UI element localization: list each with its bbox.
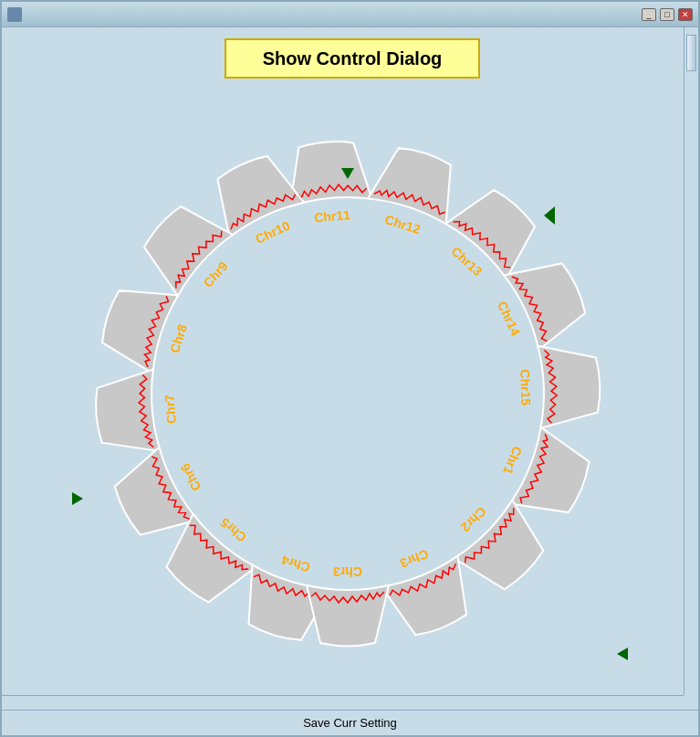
chr7-segment[interactable]: Chr7 (92, 367, 181, 456)
chr12-segment[interactable]: Chr12 (360, 141, 464, 244)
svg-text:Chr11: Chr11 (313, 207, 350, 225)
svg-text:Chr10: Chr10 (253, 217, 292, 246)
svg-text:Chr8: Chr8 (167, 321, 190, 353)
chromosome-ring-svg: Chr11 Chr10 Chr12 Ch (37, 97, 658, 690)
horizontal-scrollbar[interactable] (2, 695, 684, 710)
svg-text:Chr3: Chr3 (398, 546, 431, 571)
svg-text:Chr2: Chr2 (457, 503, 488, 534)
save-setting-label: Save Curr Setting (303, 716, 397, 730)
svg-text:Chr6: Chr6 (177, 460, 204, 493)
title-bar-buttons: _ □ ✕ (642, 8, 693, 21)
chr11-segment[interactable]: Chr11 (285, 138, 373, 226)
title-bar: _ □ ✕ (2, 2, 698, 27)
svg-text:Chr14: Chr14 (495, 299, 523, 338)
svg-text:Chr5: Chr5 (217, 514, 249, 544)
main-window: _ □ ✕ Show Control Dialog (0, 0, 700, 737)
arrow-top-right (544, 206, 555, 225)
svg-text:Chr7: Chr7 (162, 394, 179, 424)
chr15-segment[interactable]: Chr15 (517, 343, 601, 428)
svg-text:Chr3: Chr3 (332, 564, 361, 579)
scrollbar-thumb[interactable] (686, 35, 696, 71)
chr3b-segment[interactable]: Chr3 (307, 564, 389, 647)
svg-text:Chr1: Chr1 (500, 444, 525, 477)
svg-text:Chr9: Chr9 (200, 258, 230, 290)
bottom-bar: Save Curr Setting (2, 710, 698, 735)
minimize-button[interactable]: _ (642, 8, 656, 21)
arrow-right-bottom (617, 648, 628, 660)
svg-text:Chr12: Chr12 (382, 211, 422, 237)
maximize-button[interactable]: □ (660, 8, 674, 21)
window-icon (7, 7, 22, 22)
content-area: Show Control Dialog (2, 27, 698, 710)
svg-text:Chr4: Chr4 (279, 553, 311, 575)
chr8-segment[interactable]: Chr8 (95, 276, 198, 379)
arrow-left-center (72, 492, 83, 505)
chromosome-ring-container: Chr11 Chr10 Chr12 Ch (11, 91, 684, 695)
svg-text:Chr15: Chr15 (517, 369, 533, 405)
show-control-dialog-button[interactable]: Show Control Dialog (225, 38, 480, 79)
close-button[interactable]: ✕ (678, 8, 693, 21)
vertical-scrollbar[interactable] (684, 27, 698, 695)
